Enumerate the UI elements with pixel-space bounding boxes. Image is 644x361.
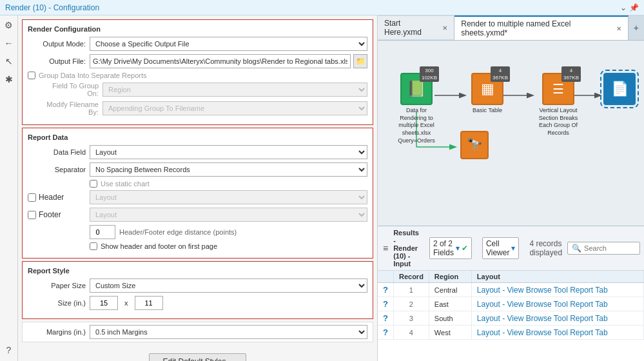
data-field-row: Data Field Layout — [28, 145, 367, 159]
fields-chevron-icon: ▾ — [456, 244, 460, 253]
tab-start-here-label: Start Here.yxmd — [384, 19, 436, 37]
tab-render[interactable]: Render to multiple named Excel sheets.yx… — [454, 15, 629, 40]
col-region-header: Region — [429, 271, 471, 283]
tabs-bar: Start Here.yxmd ✕ Render to multiple nam… — [378, 15, 644, 41]
row-num-cell: 1 — [393, 283, 429, 297]
workflow-node-render[interactable]: 📄 — [600, 73, 639, 105]
field-group-row: Field To Group On: Region — [41, 82, 367, 97]
sidebar-icon-gear[interactable]: ⚙ — [2, 18, 16, 32]
workflow-node-browse[interactable]: 🔭 — [455, 131, 494, 159]
row-layout-cell[interactable]: Layout - View Browse Tool Report Tab — [471, 283, 643, 297]
tab-render-close[interactable]: ✕ — [616, 25, 621, 32]
cell-viewer-button[interactable]: Cell Viewer ▾ — [482, 237, 519, 259]
show-header-footer-label: Show header and footer on first page — [101, 242, 217, 250]
output-mode-label: Output Mode: — [28, 40, 86, 48]
row-help-cell[interactable]: ? — [378, 283, 393, 297]
row-layout-cell[interactable]: Layout - View Browse Tool Report Tab — [471, 297, 643, 311]
config-panel: Render Configuration Output Mode: Choose… — [18, 15, 378, 361]
results-icon: ≡ — [383, 243, 388, 253]
edge-distance-input[interactable] — [90, 225, 115, 239]
layout-link: Layout - View Browse Tool Report Tab — [477, 286, 608, 295]
edit-styles-button[interactable]: Edit Default Styles... — [149, 353, 246, 361]
results-panel: ≡ Results - Render (10) - Input 2 of 2 F… — [378, 226, 644, 361]
tab-start-here-close[interactable]: ✕ — [442, 24, 447, 32]
row-layout-cell[interactable]: Layout - View Browse Tool Report Tab — [471, 326, 643, 340]
output-file-container: 📁 — [90, 54, 367, 68]
group-data-checkbox[interactable] — [28, 72, 35, 79]
field-group-label: Field To Group On: — [41, 82, 99, 97]
static-chart-checkbox[interactable] — [90, 180, 97, 188]
size-height-input[interactable] — [135, 296, 163, 310]
header-row: Header Layout — [28, 190, 367, 204]
right-panel: Start Here.yxmd ✕ Render to multiple nam… — [378, 15, 644, 361]
results-title: Results - Render (10) - Input — [393, 229, 419, 268]
static-chart-row: Use static chart — [28, 180, 367, 188]
output-mode-select[interactable]: Choose a Specific Output File — [90, 37, 367, 51]
workflow-node-input[interactable]: 📗 300102KB Data for Rendering to multipl… — [394, 73, 439, 144]
search-input[interactable] — [584, 244, 636, 252]
node-layout-badge: 4367KB — [561, 66, 581, 82]
cell-viewer-text: Cell Viewer — [486, 239, 509, 257]
size-width-input[interactable] — [90, 296, 118, 310]
workflow-canvas: 📗 300102KB Data for Rendering to multipl… — [378, 41, 644, 226]
fields-text: 2 of 2 Fields — [433, 239, 454, 257]
browse-file-button[interactable]: 📁 — [353, 54, 367, 68]
group-data-row: Group Data Into Separate Reports — [28, 72, 367, 79]
sidebar-icon-back[interactable]: ← — [2, 36, 16, 50]
modify-filename-select[interactable]: Appending Group To Filename — [102, 101, 367, 115]
add-tab-button[interactable]: + — [629, 20, 644, 35]
data-field-label: Data Field — [28, 148, 86, 156]
row-help-cell[interactable]: ? — [378, 311, 393, 326]
static-chart-label: Use static chart — [101, 180, 150, 188]
tab-render-label: Render to multiple named Excel sheets.yx… — [461, 19, 610, 37]
node-layout-label: Vertical Layout Section Breaks Each Grou… — [532, 107, 584, 137]
separator-select[interactable]: No Spacing Between Records — [90, 162, 367, 177]
row-layout-cell[interactable]: Layout - View Browse Tool Report Tab — [471, 311, 643, 326]
margins-label: Margins (in.) — [28, 328, 86, 336]
group-options: Field To Group On: Region Modify Filenam… — [28, 82, 367, 116]
size-row: Size (in.) x — [28, 296, 367, 310]
results-table: Record Region Layout ? 1 Central Layout … — [378, 271, 644, 361]
output-mode-row: Output Mode: Choose a Specific Output Fi… — [28, 37, 367, 51]
node-table-badge: 4367KB — [491, 66, 510, 82]
sidebar-icon-help[interactable]: ? — [2, 343, 16, 357]
records-count: 4 records displayed — [529, 239, 562, 257]
data-field-select[interactable]: Layout — [90, 145, 367, 159]
data-table: Record Region Layout ? 1 Central Layout … — [378, 271, 644, 340]
show-header-footer-checkbox[interactable] — [90, 242, 97, 250]
main-container: ⚙ ← ↖ ✱ ? Render Configuration Output Mo… — [0, 15, 644, 361]
layout-link: Layout - View Browse Tool Report Tab — [477, 314, 608, 323]
layout-link: Layout - View Browse Tool Report Tab — [477, 300, 608, 309]
node-input-badge: 300102KB — [420, 66, 439, 82]
sidebar-icon-pointer[interactable]: ↖ — [2, 54, 16, 68]
header-checkbox[interactable] — [28, 193, 36, 202]
pin-icon[interactable]: 📌 — [629, 3, 639, 12]
sidebar: ⚙ ← ↖ ✱ ? — [0, 15, 18, 361]
x-separator: x — [124, 299, 128, 307]
sidebar-icon-star[interactable]: ✱ — [2, 72, 16, 86]
paper-size-select[interactable]: Custom Size — [90, 278, 367, 293]
workflow-node-layout[interactable]: ☰ 4367KB Vertical Layout Section Breaks … — [532, 73, 584, 137]
footer-select[interactable]: Layout — [90, 208, 367, 222]
field-group-select[interactable]: Region — [102, 83, 367, 97]
col-layout-header: Layout — [471, 271, 643, 283]
row-help-cell[interactable]: ? — [378, 326, 393, 340]
header-select[interactable]: Layout — [90, 190, 367, 204]
group-data-label: Group Data Into Separate Reports — [39, 72, 147, 79]
size-label: Size (in.) — [28, 299, 86, 307]
workflow-node-table[interactable]: ▦ 4367KB Basic Table — [465, 73, 510, 115]
fields-button[interactable]: 2 of 2 Fields ▾ ✔ — [429, 237, 472, 259]
results-tbody: ? 1 Central Layout - View Browse Tool Re… — [378, 283, 644, 340]
tab-start-here[interactable]: Start Here.yxmd ✕ — [378, 16, 454, 39]
margins-select[interactable]: 0.5 inch Margins — [90, 325, 367, 339]
row-help-cell[interactable]: ? — [378, 297, 393, 311]
cell-viewer-chevron-icon: ▾ — [511, 244, 515, 253]
edge-distance-label: Header/Footer edge distance (points) — [119, 228, 237, 236]
footer-label: Footer — [28, 210, 86, 219]
output-file-label: Output File: — [28, 57, 86, 65]
separator-label: Separator — [28, 166, 86, 173]
footer-checkbox[interactable] — [28, 211, 36, 219]
footer-row: Footer Layout — [28, 208, 367, 222]
output-file-input[interactable] — [90, 54, 351, 68]
chevron-icon[interactable]: ⌄ — [620, 3, 627, 12]
